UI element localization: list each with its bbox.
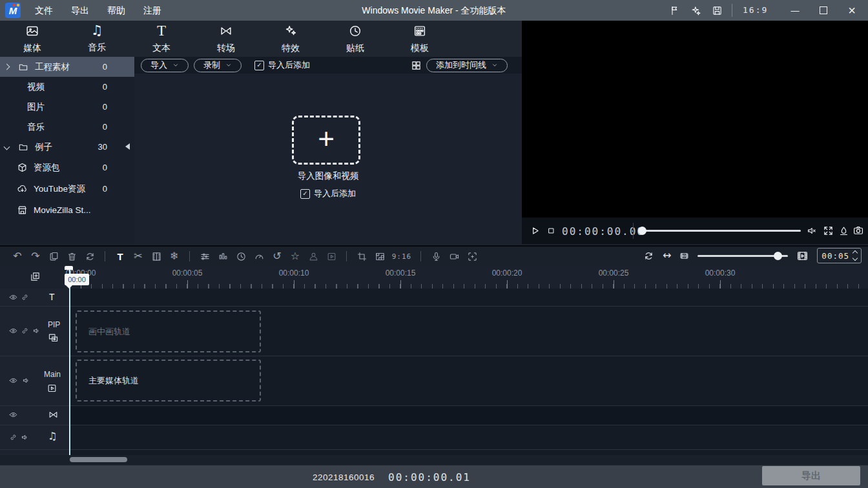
grid-view-icon[interactable] [411, 60, 422, 71]
sparkle-upgrade-icon[interactable] [685, 0, 706, 21]
undo-icon[interactable]: ↶ [12, 251, 23, 261]
replace-icon[interactable] [84, 251, 96, 262]
dropzone-add-after-import-checkbox[interactable]: ✓ 导入后添加 [134, 188, 522, 199]
record-button[interactable]: 录制 [194, 59, 242, 72]
clip-duration-spinner[interactable]: 00:05 [817, 248, 862, 263]
pin-flag-icon[interactable] [664, 0, 685, 21]
spinner-arrows[interactable] [853, 251, 857, 260]
export-button[interactable]: 导出 [762, 466, 860, 485]
eye-visibility-icon[interactable] [9, 327, 17, 335]
timeline-ruler[interactable]: 00:00:00 00:00:05 00:00:10 00:00:15 00:0… [70, 266, 868, 289]
link-icon[interactable] [21, 293, 29, 301]
zoom-out-film-icon[interactable] [679, 251, 689, 261]
sidebar-item-videos[interactable]: 视频 0 [0, 77, 134, 97]
save-icon[interactable] [707, 0, 727, 21]
minimize-button[interactable]: — [781, 0, 809, 21]
tab-text[interactable]: T 文本 [129, 21, 194, 57]
sidebar-item-pictures[interactable]: 图片 0 [0, 97, 134, 117]
favorite-star-icon[interactable]: ☆ [289, 251, 301, 261]
split-clip-icon[interactable] [150, 251, 162, 262]
add-text-icon[interactable]: T [114, 251, 126, 262]
eye-visibility-icon[interactable] [9, 411, 17, 419]
zoom-in-film-icon[interactable] [796, 250, 809, 262]
adjust-sliders-icon[interactable] [199, 251, 211, 262]
menu-help[interactable]: 帮助 [98, 0, 134, 21]
sidebar-item-label: 音乐 [27, 121, 45, 133]
freeze-frame-icon[interactable]: ❄ [169, 251, 180, 261]
import-dropzone[interactable]: + [292, 116, 360, 165]
playhead-grip[interactable] [65, 266, 73, 270]
tab-transition[interactable]: 转场 [194, 21, 258, 57]
cut-scissors-icon[interactable]: ✂ [132, 251, 144, 261]
link-icon[interactable] [21, 327, 29, 335]
camera-record-icon[interactable] [448, 251, 460, 262]
import-button[interactable]: 导入 [141, 59, 189, 72]
color-fill-icon[interactable] [838, 225, 849, 236]
seek-slider[interactable] [639, 230, 801, 232]
zoom-slider-handle[interactable] [774, 252, 782, 260]
sidebar-item-project-media[interactable]: 工程素材 0 [0, 57, 134, 77]
play-button[interactable] [530, 225, 541, 236]
playhead-tooltip: 00:00 [65, 274, 89, 285]
panel-collapse-arrow-icon[interactable] [125, 143, 130, 150]
sidebar-item-examples[interactable]: 例子 30 [0, 137, 134, 157]
sticker-clock-icon [348, 24, 362, 38]
tab-effects[interactable]: 特效 [258, 21, 323, 57]
playhead-line[interactable] [69, 266, 70, 455]
close-button[interactable]: × [838, 0, 865, 21]
timeline-zoom-slider[interactable] [698, 255, 788, 257]
audio-mixer-icon[interactable] [217, 251, 229, 262]
main-track-placeholder[interactable]: 主要媒体轨道 [76, 360, 261, 402]
fullscreen-expand-icon[interactable] [823, 225, 834, 236]
speaker-icon[interactable] [32, 327, 41, 335]
seek-slider-handle[interactable] [638, 227, 646, 235]
transition-track-bg[interactable] [70, 405, 868, 425]
copy-paste-icon[interactable] [48, 251, 59, 262]
sidebar-item-moviezilla-store[interactable]: MovieZilla St... [0, 200, 134, 220]
play-clip-icon[interactable] [326, 251, 337, 262]
sidebar-item-music[interactable]: 音乐 0 [0, 117, 134, 137]
volume-mute-icon[interactable] [806, 225, 817, 236]
sidebar-item-resource-pack[interactable]: 资源包 0 [0, 158, 134, 178]
tab-music[interactable]: ♫ 音乐 [65, 21, 129, 57]
rotate-icon[interactable]: ↺ [271, 251, 283, 261]
tab-templates[interactable]: 模板 [388, 21, 452, 57]
add-to-timeline-button[interactable]: 添加到时间线 [426, 59, 508, 72]
track-divider [0, 425, 868, 425]
spinner-down-icon[interactable] [852, 256, 858, 261]
tab-media[interactable]: 媒体 [0, 21, 65, 57]
toolbar-separator [420, 251, 421, 261]
eye-visibility-icon[interactable] [9, 293, 17, 301]
horizontal-scrollbar-thumb[interactable] [70, 457, 127, 462]
speaker-icon[interactable] [22, 376, 30, 385]
menu-register[interactable]: 注册 [134, 0, 170, 21]
maximize-button[interactable] [810, 0, 837, 21]
chevron-right-icon[interactable] [4, 64, 10, 70]
sidebar-item-label: YouTube资源 [34, 183, 85, 195]
pip-track-placeholder[interactable]: 画中画轨道 [76, 310, 261, 352]
microphone-record-icon[interactable] [430, 251, 442, 262]
tab-stickers[interactable]: 贴纸 [323, 21, 388, 57]
sidebar-item-youtube[interactable]: YouTube资源 0 [0, 179, 134, 199]
eye-visibility-icon[interactable] [9, 376, 17, 385]
menu-export[interactable]: 导出 [62, 0, 98, 21]
refresh-sync-icon[interactable] [643, 250, 654, 261]
link-icon[interactable] [9, 433, 17, 442]
snapshot-camera-icon[interactable] [852, 225, 864, 236]
delete-trash-icon[interactable] [66, 251, 78, 262]
add-after-import-checkbox[interactable]: ✓ 导入后添加 [254, 59, 310, 71]
menu-file[interactable]: 文件 [26, 0, 62, 21]
crop-icon[interactable] [356, 251, 367, 262]
face-off-icon[interactable] [307, 251, 319, 262]
speaker-icon[interactable] [21, 433, 29, 442]
portrait-aspect-button[interactable]: 9:16 [392, 252, 411, 261]
stop-button[interactable] [546, 226, 556, 236]
mosaic-icon[interactable] [374, 251, 386, 262]
screen-capture-icon[interactable] [466, 251, 478, 262]
duration-clock-icon[interactable] [235, 251, 247, 262]
chevron-down-icon[interactable] [4, 144, 10, 150]
redo-icon[interactable]: ↷ [30, 251, 41, 261]
add-track-icon[interactable] [30, 271, 41, 282]
fit-timeline-icon[interactable]: ↔ [663, 250, 671, 261]
speed-gauge-icon[interactable] [253, 251, 265, 262]
